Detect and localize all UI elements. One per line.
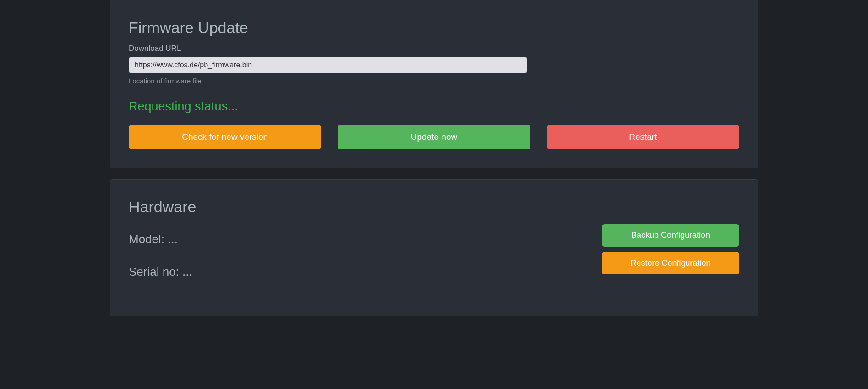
download-url-input[interactable] [129, 57, 527, 73]
restore-config-button[interactable]: Restore Configuration [602, 252, 739, 274]
restart-button[interactable]: Restart [547, 125, 739, 149]
firmware-button-row: Check for new version Update now Restart [129, 125, 739, 149]
update-now-button[interactable]: Update now [338, 125, 530, 149]
serial-value: ... [182, 265, 192, 279]
check-version-button[interactable]: Check for new version [129, 125, 321, 149]
model-label: Model: [129, 232, 168, 246]
model-row: Model: ... [129, 232, 602, 247]
hardware-content: Model: ... Serial no: ... Backup Configu… [129, 224, 739, 297]
hardware-info: Model: ... Serial no: ... [129, 224, 602, 297]
firmware-update-card: Firmware Update Download URL Location of… [110, 0, 758, 168]
hardware-buttons: Backup Configuration Restore Configurati… [602, 224, 739, 274]
backup-config-button[interactable]: Backup Configuration [602, 224, 739, 247]
url-help-text: Location of firmware file [129, 77, 739, 85]
status-text: Requesting status... [129, 99, 739, 114]
hardware-title: Hardware [129, 198, 739, 216]
url-label: Download URL [129, 44, 739, 53]
serial-label: Serial no: [129, 265, 182, 279]
serial-row: Serial no: ... [129, 265, 602, 279]
hardware-card: Hardware Model: ... Serial no: ... Backu… [110, 179, 758, 316]
firmware-title: Firmware Update [129, 19, 739, 37]
model-value: ... [168, 232, 178, 246]
